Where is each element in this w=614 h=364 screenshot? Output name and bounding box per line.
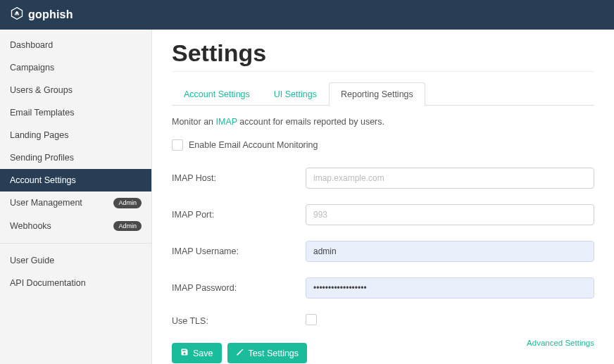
use-tls-label: Use TLS: (172, 316, 306, 326)
use-tls-checkbox[interactable] (306, 314, 317, 325)
use-tls-row: Use TLS: (172, 314, 594, 327)
sidebar-item-label: Dashboard (10, 40, 53, 50)
imap-host-input[interactable] (306, 168, 594, 189)
sidebar-item-landing-pages[interactable]: Landing Pages (0, 124, 151, 146)
sidebar-item-dashboard[interactable]: Dashboard (0, 34, 151, 56)
sidebar-item-label: User Management (10, 198, 82, 208)
sidebar-item-label: Account Settings (10, 175, 76, 185)
test-settings-button[interactable]: Test Settings (227, 343, 308, 363)
tab-label: Account Settings (184, 89, 250, 99)
imap-username-label: IMAP Username: (172, 246, 306, 256)
sidebar-item-account-settings[interactable]: Account Settings (0, 169, 151, 192)
wrench-icon (236, 348, 244, 358)
main-content: Settings Account Settings UI Settings Re… (152, 30, 614, 364)
imap-port-label: IMAP Port: (172, 210, 306, 220)
imap-host-row: IMAP Host: (172, 168, 594, 189)
sidebar-item-email-templates[interactable]: Email Templates (0, 101, 151, 124)
admin-badge: Admin (113, 221, 142, 232)
brand[interactable]: gophish (10, 6, 73, 23)
sidebar-item-api-docs[interactable]: API Documentation (0, 272, 151, 294)
save-button-label: Save (193, 349, 213, 358)
imap-port-row: IMAP Port: (172, 204, 594, 225)
brand-logo-icon (10, 6, 24, 23)
sidebar-item-webhooks[interactable]: Webhooks Admin (0, 215, 151, 238)
desc-prefix: Monitor an (172, 117, 216, 127)
topbar: gophish (0, 0, 614, 30)
sidebar-item-label: Email Templates (10, 108, 74, 118)
imap-username-row: IMAP Username: (172, 241, 594, 262)
imap-username-input[interactable] (306, 241, 594, 262)
imap-port-input[interactable] (306, 204, 594, 225)
imap-link[interactable]: IMAP (216, 117, 237, 127)
enable-monitoring-checkbox[interactable] (172, 139, 183, 151)
admin-badge: Admin (113, 198, 142, 208)
imap-password-row: IMAP Password: (172, 277, 594, 299)
sidebar-item-user-management[interactable]: User Management Admin (0, 192, 151, 215)
sidebar-item-label: API Documentation (10, 278, 86, 288)
sidebar-item-label: User Guide (10, 256, 54, 265)
sidebar-item-label: Campaigns (10, 63, 54, 73)
divider (172, 71, 594, 72)
sidebar: Dashboard Campaigns Users & Groups Email… (0, 30, 152, 364)
imap-password-label: IMAP Password: (172, 283, 306, 293)
sidebar-item-label: Sending Profiles (10, 153, 74, 163)
sidebar-divider (0, 243, 151, 244)
imap-password-input[interactable] (306, 277, 594, 299)
desc-suffix: account for emails reported by users. (237, 117, 384, 127)
tab-reporting-settings[interactable]: Reporting Settings (329, 82, 425, 106)
brand-name: gophish (28, 8, 73, 21)
tab-label: UI Settings (274, 89, 317, 99)
sidebar-item-users-groups[interactable]: Users & Groups (0, 79, 151, 101)
sidebar-item-label: Users & Groups (10, 85, 73, 95)
advanced-settings-link[interactable]: Advanced Settings (527, 339, 594, 347)
save-button[interactable]: Save (172, 343, 222, 363)
tab-account-settings[interactable]: Account Settings (172, 82, 262, 106)
enable-monitoring-label: Enable Email Account Monitoring (189, 140, 318, 150)
save-icon (180, 348, 189, 358)
tabs: Account Settings UI Settings Reporting S… (172, 82, 594, 106)
sidebar-item-label: Landing Pages (10, 130, 68, 140)
sidebar-item-user-guide[interactable]: User Guide (0, 249, 151, 272)
test-settings-button-label: Test Settings (249, 349, 299, 358)
tab-ui-settings[interactable]: UI Settings (262, 82, 329, 106)
imap-host-label: IMAP Host: (172, 173, 306, 183)
page-title: Settings (172, 39, 594, 67)
tab-label: Reporting Settings (341, 89, 413, 99)
page-description: Monitor an IMAP account for emails repor… (172, 117, 594, 127)
sidebar-item-campaigns[interactable]: Campaigns (0, 56, 151, 79)
sidebar-item-label: Webhooks (10, 221, 51, 231)
sidebar-item-sending-profiles[interactable]: Sending Profiles (0, 146, 151, 169)
enable-monitoring-row: Enable Email Account Monitoring (172, 139, 594, 151)
